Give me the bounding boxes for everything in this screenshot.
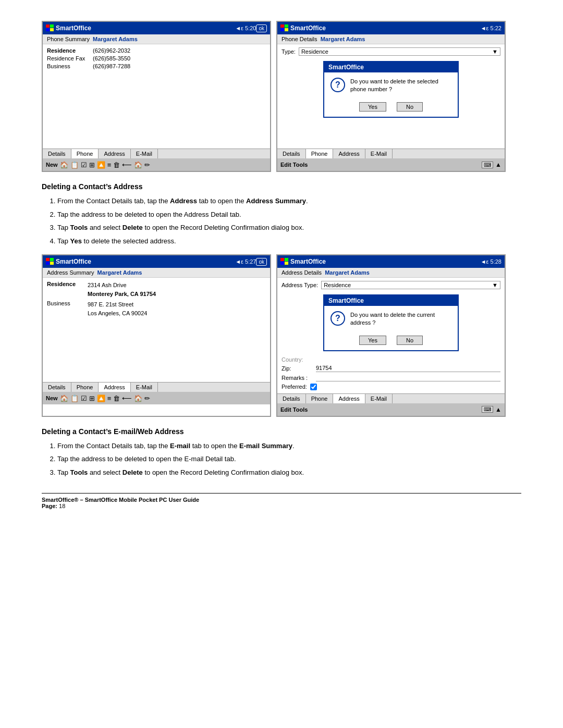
zip-label: Zip: [282,365,313,372]
tab-email-3[interactable]: E-Mail [131,382,158,392]
toolbar-right-2: ⌨ ▲ [482,406,501,413]
toolbar-icon-3j[interactable]: ✏ [144,394,150,402]
page-content: SmartOffice ◄ε 5:20 ok Phone Summary Mar… [42,21,521,509]
view-label-1: Phone Summary [47,36,90,42]
tabs-bar-2: Details Phone Address E-Mail [277,149,505,158]
contact-name-1: Margaret Adams [93,36,138,42]
tab-phone-3[interactable]: Phone [71,382,99,392]
screenshots-row-1: SmartOffice ◄ε 5:20 ok Phone Summary Mar… [42,21,521,172]
preferred-checkbox[interactable] [310,384,317,390]
type-label: Type: [282,48,296,55]
country-field-placeholder: Country: [282,356,500,363]
dialog-no-button-1[interactable]: No [397,102,423,112]
toolbar-icon-3d[interactable]: ⊞ [89,394,95,402]
preferred-row: Preferred: [282,384,500,390]
scroll-up-icon-1[interactable]: ▲ [495,161,501,168]
time-area-4: ◄ε 5:28 [481,258,501,265]
dialog-message-1: Do you want to delete the selected phone… [350,78,451,94]
keyboard-icon-1[interactable]: ⌨ [482,162,493,168]
edit-tools-label-1[interactable]: Edit Tools [280,162,308,168]
tab-details-4[interactable]: Details [277,394,306,403]
step-1-2: Tap the address to be deleted to open th… [57,209,521,220]
tab-phone-4[interactable]: Phone [306,394,334,403]
dialog-yes-button-2[interactable]: Yes [359,336,386,345]
address-delete-dialog: SmartOffice ? Do you want to delete the … [323,294,459,351]
sub-header-1: Phone Summary Margaret Adams [43,34,270,44]
edit-tools-label-2[interactable]: Edit Tools [280,406,308,413]
svg-rect-5 [285,24,288,28]
tab-address-4[interactable]: Address [333,394,365,403]
section-heading-1: Deleting a Contact’s Address [42,182,521,191]
tab-details-3[interactable]: Details [43,382,71,392]
svg-rect-6 [280,28,284,31]
screen-body-1: Residence (626)962-2032 Residence Fax (6… [43,44,270,149]
ok-button-1[interactable]: ok [256,24,267,32]
tab-address-1[interactable]: Address [99,149,130,158]
contact-name-4: Margaret Adams [325,269,370,276]
preferred-label: Preferred: [282,384,307,390]
phone-screen-1: SmartOffice ◄ε 5:20 ok Phone Summary Mar… [42,21,271,172]
dialog-buttons-1: Yes No [324,99,458,117]
step-1-3: Tap Tools and select Delete to open the … [57,223,521,233]
toolbar-icon-3i[interactable]: 🏠 [134,394,142,402]
screen-body-4: Address Type: Residence ▼ SmartOffice ? … [277,278,505,393]
tabs-bar-1: Details Phone Address E-Mail [43,149,270,158]
ok-button-3[interactable]: ok [256,258,267,266]
tab-email-4[interactable]: E-Mail [365,394,393,403]
sub-header-2: Phone Details Margaret Adams [277,34,505,44]
screen-body-3: Residence 2314 Ash DriveMonterey Park, C… [43,278,270,382]
toolbar-icon-5[interactable]: 🔼 [97,161,105,169]
section-heading-2: Deleting a Contact’s E-mail/Web Address [42,427,521,436]
tab-email-1[interactable]: E-Mail [131,149,158,158]
tab-address-2[interactable]: Address [333,149,365,158]
new-button-1[interactable]: New [46,162,58,168]
toolbar-icon-6[interactable]: ≡ [107,161,112,169]
toolbar-icon-3b[interactable]: 📋 [70,394,79,402]
tabs-bar-4: Details Phone Address E-Mail [277,393,505,403]
toolbar-icon-3a[interactable]: 🏠 [60,394,68,402]
toolbar-icon-4[interactable]: ⊞ [89,161,95,169]
toolbar-right-1: ⌨ ▲ [482,161,501,168]
addr-type-dropdown[interactable]: Residence ▼ [321,281,500,289]
dialog-body-1: ? Do you want to delete the selected pho… [324,72,458,99]
toolbar-icon-7[interactable]: 🗑 [113,161,120,169]
toolbar-icon-3f[interactable]: ≡ [107,394,112,402]
type-dropdown[interactable]: Residence ▼ [299,47,500,56]
toolbar-icon-10[interactable]: ✏ [144,161,150,169]
app-name-2: SmartOffice [290,24,481,32]
view-label-2: Phone Details [282,36,317,42]
toolbar-icon-1[interactable]: 🏠 [60,161,68,169]
scroll-up-icon-2[interactable]: ▲ [495,406,501,413]
new-button-3[interactable]: New [46,395,58,401]
toolbar-icon-9[interactable]: 🏠 [134,161,142,169]
toolbar-icon-3g[interactable]: 🗑 [113,394,120,402]
tabs-bar-3: Details Phone Address E-Mail [43,382,270,392]
contact-name-2: Margaret Adams [321,36,365,42]
tab-email-2[interactable]: E-Mail [365,149,393,158]
toolbar-icon-3h[interactable]: ⟵ [122,394,132,402]
zip-field: Zip: 91754 [282,365,500,372]
toolbar-icon-3e[interactable]: 🔼 [97,394,105,402]
view-label-4: Address Details [282,269,322,276]
sub-header-4: Address Details Margaret Adams [277,268,505,278]
dialog-no-button-2[interactable]: No [397,336,423,345]
svg-rect-13 [285,258,288,261]
tab-phone-1[interactable]: Phone [71,149,99,158]
footer-product-text: SmartOffice® – SmartOffice Mobile Pocket… [42,497,199,503]
tab-phone-2[interactable]: Phone [306,149,334,158]
toolbar-icon-3[interactable]: ☑ [81,161,87,169]
tab-details-1[interactable]: Details [43,149,71,158]
contact-name-3: Margaret Adams [97,269,142,276]
phone-delete-dialog: SmartOffice ? Do you want to delete the … [323,61,459,118]
tab-address-3[interactable]: Address [99,382,130,392]
toolbar-icon-8[interactable]: ⟵ [122,161,132,169]
windows-logo-icon-3 [46,258,54,265]
toolbar-icon-3c[interactable]: ☑ [81,394,87,402]
address-entry-1: Residence 2314 Ash DriveMonterey Park, C… [47,281,266,298]
keyboard-icon-2[interactable]: ⌨ [482,406,493,413]
addr-value-2: 987 E. 21st StreetLos Angeles, CA 90024 [88,300,147,317]
tab-details-2[interactable]: Details [277,149,306,158]
dialog-yes-button-1[interactable]: Yes [359,102,386,112]
toolbar-icon-2[interactable]: 📋 [70,161,79,169]
dialog-buttons-2: Yes No [324,332,458,350]
